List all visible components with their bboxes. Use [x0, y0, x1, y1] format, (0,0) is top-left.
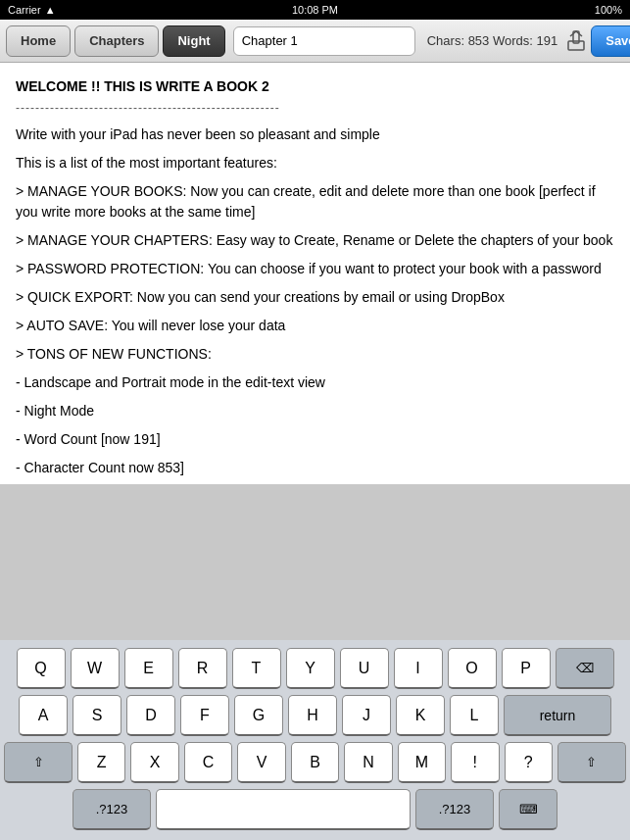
battery-label: 100%	[595, 4, 622, 16]
content-sub1: - Landscape and Portrait mode in the edi…	[16, 372, 614, 393]
home-button[interactable]: Home	[6, 25, 71, 57]
key-numeric-right[interactable]: .?123	[415, 789, 494, 830]
toolbar: Home Chapters Night Chars: 853 Words: 19…	[0, 20, 630, 63]
keyboard: Q W E R T Y U I O P ⌫ A S D F G H J K L …	[0, 640, 630, 840]
content-area[interactable]: WELCOME !! THIS IS WRITE A BOOK 2 ------…	[0, 63, 630, 484]
content-sub3: - Word Count [now 191]	[16, 429, 614, 450]
keyboard-row-2: A S D F G H J K L return	[4, 695, 626, 736]
save-button[interactable]: Save	[591, 25, 630, 57]
key-g[interactable]: G	[234, 695, 283, 736]
chapters-button[interactable]: Chapters	[74, 25, 159, 57]
key-p[interactable]: P	[502, 648, 551, 689]
content-intro1: Write with your iPad has never been so p…	[16, 124, 614, 145]
status-bar: Carrier ▲ 10:08 PM 100%	[0, 0, 630, 20]
key-r[interactable]: R	[178, 648, 227, 689]
wifi-icon: ▲	[45, 4, 56, 16]
carrier-label: Carrier	[8, 4, 41, 16]
key-j[interactable]: J	[342, 695, 391, 736]
key-space[interactable]	[156, 789, 411, 830]
share-button[interactable]	[565, 25, 587, 57]
key-l[interactable]: L	[450, 695, 499, 736]
chars-value: 853	[468, 33, 490, 48]
key-return[interactable]: return	[504, 695, 611, 736]
keyboard-icon-key[interactable]: ⌨	[499, 789, 557, 830]
content-feature5: > AUTO SAVE: You will never lose your da…	[16, 316, 614, 336]
key-c[interactable]: C	[184, 742, 232, 783]
keyboard-row-4: .?123 .?123 ⌨	[4, 789, 626, 830]
content-sub4: - Character Count now 853]	[16, 458, 614, 478]
content-title: WELCOME !! THIS IS WRITE A BOOK 2	[16, 76, 614, 97]
content-intro2: This is a list of the most important fea…	[16, 153, 614, 173]
key-a[interactable]: A	[19, 695, 68, 736]
keyboard-row-3: ⇧ Z X C V B N M ! ? ⇧	[4, 742, 626, 783]
key-h[interactable]: H	[288, 695, 337, 736]
key-b[interactable]: B	[291, 742, 339, 783]
content-feature4: > QUICK EXPORT: Now you can send your cr…	[16, 287, 614, 308]
night-button[interactable]: Night	[163, 25, 224, 57]
key-e[interactable]: E	[124, 648, 173, 689]
content-feature6: > TONS OF NEW FUNCTIONS:	[16, 344, 614, 365]
content-feature3: > PASSWORD PROTECTION: You can choose if…	[16, 259, 614, 279]
key-s[interactable]: S	[73, 695, 121, 736]
key-y[interactable]: Y	[286, 648, 335, 689]
chars-words-label: Chars: 853 Words: 191	[427, 33, 558, 48]
key-q[interactable]: Q	[17, 648, 66, 689]
key-w[interactable]: W	[71, 648, 120, 689]
chapter-name-input[interactable]	[233, 26, 415, 56]
key-numeric-left[interactable]: .?123	[73, 789, 151, 830]
key-n[interactable]: N	[344, 742, 392, 783]
keyboard-row-1: Q W E R T Y U I O P ⌫	[4, 648, 626, 689]
key-k[interactable]: K	[396, 695, 445, 736]
key-o[interactable]: O	[448, 648, 497, 689]
words-label: Words:	[493, 33, 533, 48]
content-divider: ----------------------------------------…	[16, 99, 614, 117]
content-feature1: > MANAGE YOUR BOOKS: Now you can create,…	[16, 181, 614, 222]
key-i[interactable]: I	[394, 648, 443, 689]
key-f[interactable]: F	[180, 695, 229, 736]
time-label: 10:08 PM	[292, 4, 338, 16]
key-shift-left[interactable]: ⇧	[4, 742, 73, 783]
key-v[interactable]: V	[237, 742, 285, 783]
words-value: 191	[537, 33, 558, 48]
key-excl[interactable]: !	[451, 742, 499, 783]
key-z[interactable]: Z	[77, 742, 125, 783]
content-sub2: - Night Mode	[16, 401, 614, 421]
key-x[interactable]: X	[130, 742, 178, 783]
key-u[interactable]: U	[340, 648, 389, 689]
key-delete[interactable]: ⌫	[556, 648, 614, 689]
key-t[interactable]: T	[232, 648, 281, 689]
chars-label: Chars:	[427, 33, 464, 48]
key-d[interactable]: D	[126, 695, 175, 736]
key-m[interactable]: M	[398, 742, 446, 783]
key-shift-right[interactable]: ⇧	[557, 742, 626, 783]
content-feature2: > MANAGE YOUR CHAPTERS: Easy way to Crea…	[16, 230, 614, 251]
key-question[interactable]: ?	[505, 742, 553, 783]
